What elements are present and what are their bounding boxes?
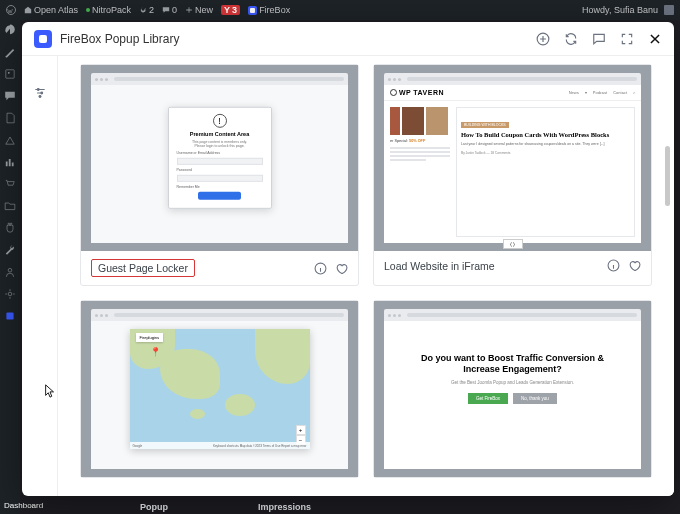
template-card[interactable]: WPTAVERN News▾PodcastContact⌕ er Special… [373, 64, 652, 286]
media-icon[interactable] [4, 68, 16, 80]
analytics-icon[interactable] [4, 156, 16, 168]
scrollbar-thumb[interactable] [665, 146, 670, 206]
filters-icon[interactable] [33, 86, 47, 100]
template-preview: ! Premium Content Area This page content… [81, 65, 358, 251]
svg-rect-1 [6, 70, 14, 78]
background-table-headers: Popup Impressions [140, 502, 311, 512]
svg-rect-5 [6, 312, 13, 319]
posts-icon[interactable] [4, 46, 16, 58]
template-title: Guest Page Locker [91, 259, 195, 277]
firebox-sidebar-icon[interactable] [4, 310, 16, 322]
site-link[interactable]: Open Atlas [24, 5, 78, 15]
settings-icon[interactable] [4, 288, 16, 300]
template-preview: WPTAVERN News▾PodcastContact⌕ er Special… [374, 65, 651, 251]
favorite-icon[interactable] [628, 259, 641, 272]
new-link[interactable]: New [185, 5, 213, 15]
svg-point-2 [8, 72, 10, 74]
new-popup-icon[interactable] [536, 32, 550, 46]
preview-heading: Do you want to Boost Traffic Conversion … [402, 353, 623, 376]
wp-admin-sidebar: Dashboard [0, 20, 20, 514]
modal-filter-sidebar [22, 56, 58, 496]
wp-admin-bar: Open Atlas NitroPack 2 0 New Y 3 FireBox… [0, 0, 680, 20]
fullscreen-icon[interactable] [620, 32, 634, 46]
firebox-top-link[interactable]: FireBox [248, 5, 290, 15]
comments-link[interactable]: 0 [162, 5, 177, 15]
svg-point-8 [40, 92, 42, 94]
greeting[interactable]: Howdy, Sufia Banu [582, 5, 674, 15]
cart-icon[interactable] [4, 178, 16, 190]
template-card[interactable]: Fireplugins 📍 +− GoogleKeyboard shortcut… [80, 300, 359, 478]
info-icon[interactable] [607, 259, 620, 272]
folder-icon[interactable] [4, 200, 16, 212]
modal-title: FireBox Popup Library [60, 32, 179, 46]
yoast-badge[interactable]: Y 3 [221, 5, 240, 15]
svg-point-9 [39, 96, 41, 98]
refresh-icon[interactable] [564, 32, 578, 46]
pages-icon[interactable] [4, 112, 16, 124]
plugins-icon[interactable] [4, 222, 16, 234]
close-icon[interactable] [648, 32, 662, 46]
dashboard-icon[interactable] [4, 24, 16, 36]
preview-input [177, 158, 263, 165]
template-card[interactable]: Do you want to Boost Traffic Conversion … [373, 300, 652, 478]
search-icon: ⌕ [633, 90, 635, 95]
preview-input [177, 175, 263, 182]
templates-grid: ! Premium Content Area This page content… [58, 56, 674, 496]
preview-cta-button: Get FireBox [468, 393, 508, 404]
svg-point-3 [8, 268, 12, 272]
info-icon[interactable] [314, 262, 327, 275]
template-preview: Do you want to Boost Traffic Conversion … [374, 301, 651, 477]
feedback-icon[interactable] [592, 32, 606, 46]
firebox-library-modal: FireBox Popup Library [22, 22, 674, 496]
map-pin-icon: 📍 [150, 347, 161, 357]
preview-headline: How To Build Coupon Cards With WordPress… [461, 131, 630, 139]
template-preview: Fireplugins 📍 +− GoogleKeyboard shortcut… [81, 301, 358, 477]
appearance-icon[interactable] [4, 134, 16, 146]
sidebar-dashboard-label[interactable]: Dashboard [4, 501, 43, 510]
comments-icon[interactable] [4, 90, 16, 102]
pager-icon: ⟨ ⟩ [503, 239, 523, 249]
users-icon[interactable] [4, 266, 16, 278]
preview-dismiss-button: No, thank you [513, 393, 557, 404]
map-marker-popup: Fireplugins [136, 333, 164, 342]
warning-icon: ! [213, 114, 227, 128]
svg-point-4 [8, 292, 12, 296]
template-card[interactable]: ! Premium Content Area This page content… [80, 64, 359, 286]
preview-subtext: This page content is members only.Please… [192, 140, 247, 148]
preview-login-button [198, 192, 241, 200]
template-title: Load Website in iFrame [384, 260, 495, 272]
tools-icon[interactable] [4, 244, 16, 256]
svg-point-7 [37, 89, 39, 91]
wp-logo-icon[interactable] [6, 5, 16, 15]
favorite-icon[interactable] [335, 262, 348, 275]
preview-heading: Premium Content Area [190, 131, 249, 137]
firebox-logo-icon [34, 30, 52, 48]
modal-header: FireBox Popup Library [22, 22, 674, 56]
updates-link[interactable]: 2 [139, 5, 154, 15]
nitropack-link[interactable]: NitroPack [86, 5, 131, 15]
